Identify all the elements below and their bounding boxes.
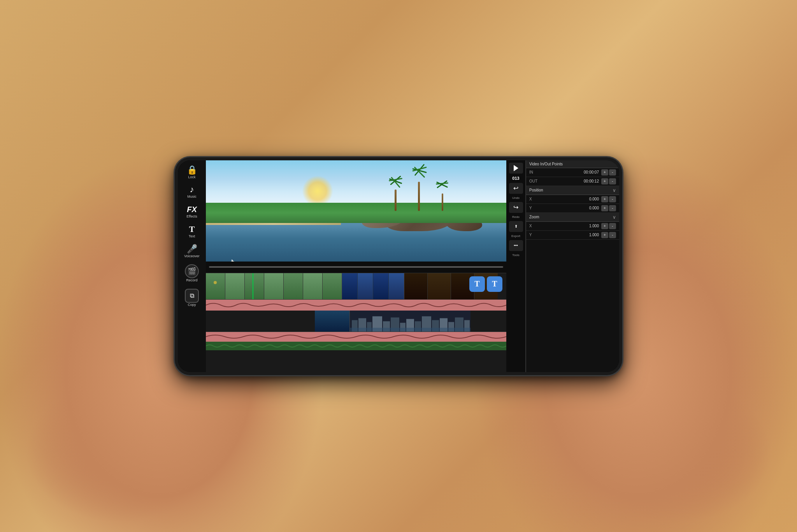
out-value: 00:00:12 [541,179,599,183]
playhead [253,273,253,299]
text-overlay-t1[interactable]: T [469,276,485,292]
text-label: Text [189,234,195,239]
sky-area [206,160,506,206]
tools-label: Tools [512,253,520,257]
track-video-secondary [206,311,506,332]
track-video-main: T T [206,273,506,300]
palm-2-fronds [408,166,430,182]
lock-icon: 🔒 [187,166,197,174]
timeline-ruler [209,266,503,268]
palm-3-fronds [433,180,452,193]
gap-area [206,311,315,332]
zoom-x-plus-button[interactable]: + [601,223,608,229]
clip-beach[interactable] [206,273,342,299]
lock-label: Lock [188,175,195,179]
left-sidebar: 🔒 Lock ♪ Music FX Effects [178,160,206,372]
green-strip-bottom [206,342,506,350]
redo-label: Redo [512,215,520,219]
play-icon [514,165,518,171]
position-label: Position [529,188,543,192]
clip-city-skyline[interactable] [350,311,470,332]
in-value: 00:00:07 [541,170,599,174]
voiceover-label: Voiceover [184,254,200,258]
copy-icon: ⧉ [185,289,199,303]
voiceover-icon: 🎤 [187,245,197,253]
zoom-y-value: 1.000 [541,233,599,237]
sidebar-item-voiceover[interactable]: 🎤 Voiceover [178,242,206,261]
zoom-x-controls: + - [601,223,616,229]
pos-x-label: X [529,197,541,201]
in-plus-button[interactable]: + [601,169,608,176]
sidebar-item-lock[interactable]: 🔒 Lock [178,163,206,182]
skyline-svg [350,311,470,332]
pos-y-controls: + - [601,205,616,211]
in-minus-button[interactable]: - [609,169,616,176]
sidebar-item-effects[interactable]: FX Effects [178,203,206,221]
track-audio-main [206,300,506,311]
pos-x-plus-button[interactable]: + [601,196,608,202]
zoom-x-value: 1.000 [541,224,599,228]
export-button[interactable]: ⬆ [509,221,523,232]
vegetation-area [206,203,506,223]
sunset-thumb-4 [389,273,404,299]
pos-y-label: Y [529,206,541,210]
pos-x-controls: + - [601,196,616,202]
row-zoom-y: Y 1.000 + - [526,231,619,240]
palm-3 [433,180,452,211]
text-track-overlay: T T [469,276,502,292]
out-controls: + - [601,178,616,184]
undo-label: Undo [512,196,520,200]
sidebar-item-text[interactable]: T Text [178,223,206,241]
thumb-3 [245,273,264,299]
pos-x-minus-button[interactable]: - [609,196,616,202]
sun-glow [302,176,333,207]
palm-1-trunk [395,190,397,211]
redo-button[interactable]: ↪ [509,202,523,213]
zoom-chevron-icon: ∨ [613,214,616,220]
timeline-area: T T [206,262,506,372]
zoom-y-plus-button[interactable]: + [601,232,608,238]
music-icon: ♪ [190,185,194,194]
sunset-thumb-1 [342,273,358,299]
row-in: IN 00:00:07 + - [526,168,619,177]
in-controls: + - [601,169,616,176]
sparkle-4 [229,261,235,262]
section-video-inout: Video In/Out Points [526,160,619,168]
out-minus-button[interactable]: - [609,178,616,184]
zoom-label: Zoom [529,215,539,219]
clip-sunset[interactable] [342,273,404,299]
record-icon: 🎬 [185,264,199,278]
thumb-6 [303,273,323,299]
palm-2 [408,166,430,211]
play-button[interactable] [509,163,523,174]
thumb-4 [264,273,284,299]
right-panel: Video In/Out Points IN 00:00:07 + - OUT … [526,160,619,372]
clip-city-1[interactable] [315,311,350,332]
sunset-thumb-2 [358,273,373,299]
pos-y-plus-button[interactable]: + [601,205,608,211]
thumb-5 [284,273,303,299]
zoom-x-minus-button[interactable]: - [609,223,616,229]
zoom-y-minus-button[interactable]: - [609,232,616,238]
pos-y-minus-button[interactable]: - [609,205,616,211]
palm-2-trunk [418,182,420,211]
waveform-secondary [206,332,506,342]
music-label: Music [187,195,197,199]
undo-button[interactable]: ↩ [509,183,523,194]
frame-counter: 013 [512,176,519,181]
palm-1 [386,176,405,211]
svg-rect-16 [350,328,470,332]
sidebar-item-copy[interactable]: ⧉ Copy [178,286,206,309]
zoom-x-label: X [529,224,541,228]
text-overlay-t2[interactable]: T [487,276,502,292]
palm-3-trunk [442,193,443,211]
out-plus-button[interactable]: + [601,178,608,184]
track-clips-main: T T [206,273,506,299]
section-zoom: Zoom ∨ [526,213,619,222]
thumb-2 [225,273,245,299]
tools-button[interactable]: ••• [509,240,523,251]
clip-beach-group [206,273,342,299]
sidebar-item-music[interactable]: ♪ Music [178,183,206,201]
sidebar-item-record[interactable]: 🎬 Record [178,262,206,285]
track-audio-secondary [206,332,506,342]
